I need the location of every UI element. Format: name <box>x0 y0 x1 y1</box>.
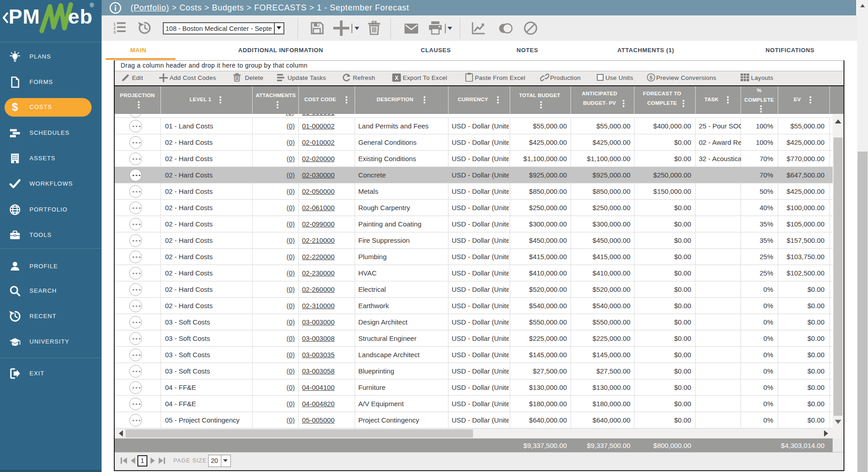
svg-text:$: $ <box>649 75 653 80</box>
svg-text:$: $ <box>12 101 18 113</box>
svg-text:X: X <box>395 75 398 81</box>
svg-text:3: 3 <box>113 30 116 34</box>
